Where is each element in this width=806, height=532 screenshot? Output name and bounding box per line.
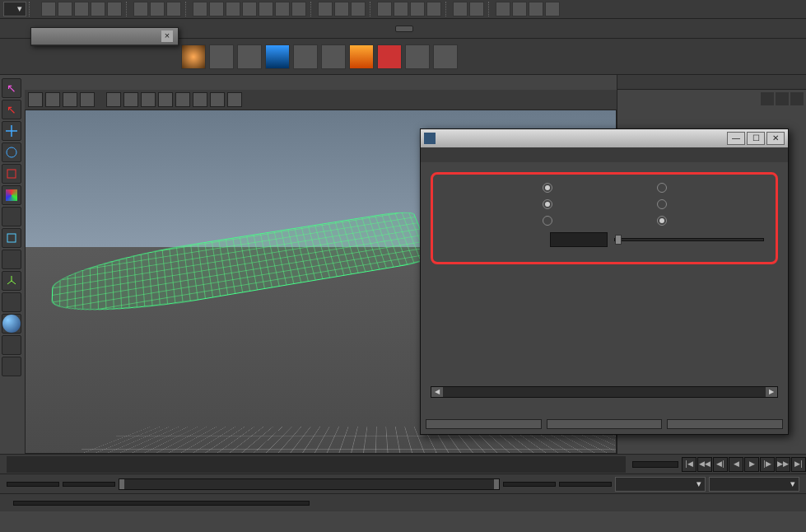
cb-icon[interactable]	[761, 92, 774, 105]
tb-icon[interactable]	[150, 2, 165, 16]
range-end-inner[interactable]	[503, 482, 556, 487]
vp-tool[interactable]	[227, 92, 242, 107]
tab-ncloth[interactable]	[374, 26, 392, 32]
vp-tool[interactable]	[106, 92, 121, 107]
vp-tool[interactable]	[28, 92, 43, 107]
tb-icon[interactable]	[58, 2, 72, 16]
axis-tool[interactable]	[2, 271, 21, 291]
tb-icon[interactable]	[133, 2, 148, 16]
shelf-icon[interactable]	[181, 44, 206, 69]
tab-animation[interactable]	[181, 26, 199, 32]
tb-icon[interactable]	[226, 2, 240, 16]
range-start-outer[interactable]	[7, 482, 59, 487]
play-back-button[interactable]: ◀	[729, 457, 743, 472]
vp-tool[interactable]	[210, 92, 225, 107]
menu-close-icon[interactable]: ×	[161, 30, 173, 42]
step-back-button[interactable]: ◀◀	[697, 457, 712, 472]
tb-icon[interactable]	[41, 2, 56, 16]
tb-icon[interactable]	[410, 2, 425, 16]
apply-button[interactable]	[547, 419, 663, 429]
vp-tool[interactable]	[141, 92, 156, 107]
close-button[interactable]	[667, 419, 783, 429]
tab-toon[interactable]	[267, 26, 285, 32]
tb-icon[interactable]	[259, 2, 273, 16]
prev-frame-button[interactable]: ◀|	[713, 457, 728, 472]
dialog-titlebar[interactable]: — ☐ ✕	[421, 129, 788, 147]
tb-icon[interactable]	[334, 2, 349, 16]
tb-icon[interactable]	[469, 2, 484, 16]
scale-tool[interactable]	[2, 164, 21, 184]
select-tool[interactable]: ↖	[2, 78, 21, 98]
shelf-icon[interactable]	[433, 44, 458, 69]
current-time[interactable]	[632, 461, 678, 468]
tb-icon[interactable]	[209, 2, 224, 16]
tb-icon[interactable]	[377, 2, 392, 16]
play-button[interactable]: ▶	[744, 457, 759, 472]
shelf-icon[interactable]	[349, 44, 374, 69]
tb-icon[interactable]	[242, 2, 257, 16]
range-end-outer[interactable]	[559, 482, 612, 487]
time-slider[interactable]: |◀ ◀◀ ◀| ◀ ▶ |▶ ▶▶ ▶|	[0, 454, 806, 474]
tb-icon[interactable]	[529, 2, 543, 16]
tab-fur[interactable]	[331, 26, 349, 32]
range-start-inner[interactable]	[63, 482, 115, 487]
vp-tool[interactable]	[63, 92, 77, 107]
tb-icon[interactable]	[107, 2, 122, 16]
first-surface-radio[interactable]	[543, 183, 552, 193]
global-radio[interactable]	[543, 216, 552, 226]
fwd-end-button[interactable]: ▶|	[791, 457, 806, 472]
tb-icon[interactable]	[318, 2, 333, 16]
shelf-cp-icon[interactable]	[237, 44, 262, 69]
move-tool[interactable]	[2, 121, 21, 141]
cb-icon[interactable]	[776, 92, 789, 105]
tab-painteffects[interactable]	[245, 26, 263, 32]
maximize-button[interactable]: ☐	[747, 132, 765, 145]
shelf-lra-icon[interactable]	[209, 44, 234, 69]
vp-tool[interactable]	[80, 92, 95, 107]
rotate-tool[interactable]	[2, 142, 21, 162]
shelf-icon[interactable]	[405, 44, 430, 69]
tb-icon[interactable]	[291, 2, 306, 16]
tb-icon[interactable]	[394, 2, 408, 16]
lasso-tool[interactable]: ↖	[2, 100, 21, 119]
tb-icon[interactable]	[512, 2, 527, 16]
tab-fluids[interactable]	[310, 26, 328, 32]
shelf-icon[interactable]	[265, 44, 290, 69]
intersect-button[interactable]	[426, 419, 542, 429]
tab-rendering[interactable]	[224, 26, 242, 32]
sphere-tool[interactable]	[2, 314, 21, 334]
3d-world-radio[interactable]	[657, 199, 667, 209]
vp-tool[interactable]	[193, 92, 207, 107]
local-radio[interactable]	[657, 216, 667, 226]
next-frame-button[interactable]: |▶	[760, 457, 775, 472]
cb-icon[interactable]	[790, 92, 804, 105]
tb-icon[interactable]	[91, 2, 105, 16]
cube-tool[interactable]	[2, 228, 21, 248]
shelf-icon[interactable]	[293, 44, 318, 69]
tb-icon[interactable]	[166, 2, 181, 16]
tab-muscle[interactable]	[288, 26, 306, 32]
mel-input[interactable]	[13, 501, 310, 506]
tab-dynamics[interactable]	[203, 26, 221, 32]
rewind-start-button[interactable]: |◀	[682, 457, 697, 472]
tb-icon[interactable]	[74, 2, 89, 16]
tab-custom[interactable]	[395, 26, 413, 32]
vp-tool[interactable]	[175, 92, 190, 107]
shelf-icon[interactable]	[377, 44, 402, 69]
tool[interactable]	[2, 357, 21, 376]
vp-tool[interactable]	[45, 92, 60, 107]
tool[interactable]	[2, 335, 21, 355]
tb-icon[interactable]	[545, 2, 560, 16]
soft-tool[interactable]	[2, 207, 21, 226]
tb-icon[interactable]	[275, 2, 290, 16]
tool[interactable]	[2, 250, 21, 269]
manip-tool[interactable]	[2, 185, 21, 205]
tool[interactable]	[2, 292, 21, 312]
close-button[interactable]: ✕	[766, 132, 785, 145]
horizontal-scrollbar[interactable]: ◀▶	[431, 386, 778, 398]
step-fwd-button[interactable]: ▶▶	[776, 457, 790, 472]
menu-title[interactable]: ×	[31, 28, 178, 45]
character-set-select[interactable]	[709, 477, 799, 492]
tab-hair[interactable]	[352, 26, 370, 32]
tb-icon[interactable]	[193, 2, 207, 16]
